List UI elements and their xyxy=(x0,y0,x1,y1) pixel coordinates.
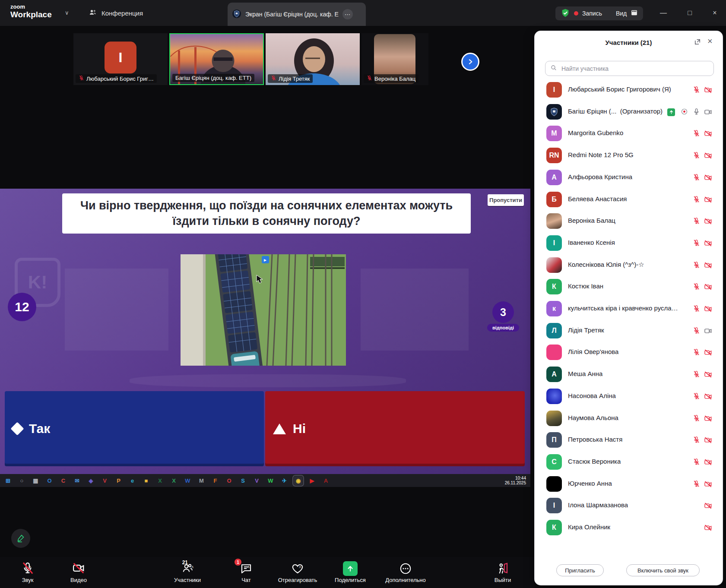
chevron-up-icon[interactable]: ∧ xyxy=(247,565,250,569)
participant-row[interactable]: MMargorita Gubenko xyxy=(535,126,723,143)
camera-off-icon xyxy=(704,174,712,183)
toolbar-more-button[interactable]: Дополнительно xyxy=(382,560,429,583)
taskbar-icon-edge[interactable]: e xyxy=(128,476,137,485)
close-button[interactable]: × xyxy=(705,0,725,26)
participant-row[interactable]: ППетровська Настя xyxy=(535,432,723,449)
participant-name: Юрченко Анна xyxy=(568,480,612,487)
taskbar-icon-mail[interactable]: ✉ xyxy=(73,476,82,485)
taskbar-icon-photos[interactable]: P xyxy=(114,476,123,485)
taskbar-icon-viber[interactable]: V xyxy=(252,476,261,485)
toolbar-chat-button[interactable]: 1 ∧ Чат xyxy=(222,560,270,583)
toolbar-cam-muted-button[interactable]: ∧ Видео xyxy=(55,560,102,583)
avatar: Л xyxy=(546,323,562,338)
chevron-up-icon[interactable]: ∧ xyxy=(79,565,82,569)
participant-row[interactable]: Колеснікова Юлія (^з^)-☆ xyxy=(535,257,723,275)
participant-name: Лілія Овер'янова xyxy=(568,348,618,355)
participant-row[interactable]: ББеляева Анастасия xyxy=(535,192,723,209)
close-panel-icon[interactable]: × xyxy=(707,36,713,46)
taskbar-icon-youtube[interactable]: ▶ xyxy=(308,476,317,485)
video-tile[interactable]: Лідія Третяк xyxy=(266,33,360,85)
avatar: I xyxy=(546,82,562,98)
chevron-up-icon[interactable]: ∧ xyxy=(29,565,32,569)
taskbar-icon-sheets[interactable]: X xyxy=(169,476,178,485)
search-input[interactable] xyxy=(561,65,709,73)
participant-row[interactable]: Насонова Аліна xyxy=(535,389,723,406)
participant-row[interactable]: ккульчитська кіра і кравченко руслана xyxy=(535,301,723,318)
taskbar-icon-telegram[interactable]: ✈ xyxy=(280,476,289,485)
participant-row[interactable]: ККостюк Іван xyxy=(535,279,723,296)
video-tile[interactable]: Вероніка Балац xyxy=(361,33,428,85)
taskbar-icon-files[interactable]: ■ xyxy=(142,476,151,485)
taskbar-icon-skype[interactable]: S xyxy=(238,476,247,485)
answers-count: 3 xyxy=(492,301,514,323)
taskbar-icon-maps[interactable]: ◈ xyxy=(86,476,95,485)
participant-row[interactable]: ААлфьорова Кристина xyxy=(535,170,723,187)
taskbar-icon-chrome[interactable]: ◉ xyxy=(294,476,303,485)
toolbar-mic-muted-button[interactable]: ∧ Звук xyxy=(4,560,51,583)
tab-screen-share[interactable]: Экран (Багіш Єріцян (доц. каф. Е ⋯ xyxy=(228,3,366,26)
taskbar-icon-store[interactable]: C xyxy=(59,476,68,485)
taskbar-icon-firefox[interactable]: F xyxy=(211,476,220,485)
taskbar-date: 26.11.2025 xyxy=(505,481,526,485)
camera-off-icon xyxy=(704,458,712,468)
view-button[interactable]: Вид xyxy=(616,10,627,17)
participant-row[interactable]: Лілія Овер'янова xyxy=(535,345,723,362)
toolbar-heart-button[interactable]: ∧ Отреагировать xyxy=(274,560,321,583)
taskbar-icon-mega[interactable]: M xyxy=(197,476,206,485)
taskbar-icon-whatsapp[interactable]: W xyxy=(266,476,275,485)
participant-row[interactable]: ІІлона Шармазанова xyxy=(535,498,723,515)
participant-row[interactable]: Наумова Альона xyxy=(535,411,723,428)
minimize-button[interactable]: — xyxy=(653,0,673,26)
taskbar-icon-excel[interactable]: X xyxy=(155,476,165,485)
quiz-timer: 12 xyxy=(8,293,36,321)
taskbar-icon-word[interactable]: W xyxy=(183,476,192,485)
mic-muted-icon xyxy=(693,283,700,292)
answer-option-no[interactable]: Ні xyxy=(265,391,525,466)
camera-off-icon xyxy=(704,370,712,380)
maximize-button[interactable]: □ xyxy=(680,0,700,26)
taskbar-clock[interactable]: 10:44 26.11.2025 xyxy=(505,476,527,485)
toolbar-label: Поделиться xyxy=(335,577,366,583)
taskbar-icon-acrobat[interactable]: A xyxy=(321,476,330,485)
taskbar-icon-start[interactable]: ⊞ xyxy=(3,476,13,485)
unmute-self-button[interactable]: Включить свой звук xyxy=(626,564,700,576)
participant-row[interactable]: IЛюбарський Борис Григорович (Я) xyxy=(535,82,723,99)
tab-conference[interactable]: Конференция xyxy=(89,0,143,26)
next-page-arrow-button[interactable] xyxy=(461,53,479,71)
toolbar-share-button[interactable]: Поделиться xyxy=(327,560,374,583)
participant-name: Колеснікова Юлія (^з^)-☆ xyxy=(568,261,644,269)
participant-row[interactable]: RNRedmi Note 12 Pro 5G xyxy=(535,148,723,165)
chevron-up-icon[interactable]: ∧ xyxy=(298,565,301,569)
taskbar-icon-vivaldi[interactable]: V xyxy=(100,476,109,485)
video-tile[interactable]: Багіш Єріцян (доц. каф. ЕТТ) xyxy=(169,33,264,85)
skip-button[interactable]: Пропустити xyxy=(488,194,524,206)
view-grid-icon[interactable] xyxy=(631,9,638,18)
participant-row[interactable]: Юрченко Анна xyxy=(535,476,723,493)
tab-options-icon[interactable]: ⋯ xyxy=(342,9,353,19)
taskbar-icon-search[interactable]: ○ xyxy=(17,476,26,485)
popout-icon[interactable] xyxy=(694,38,701,47)
toolbar-people-button[interactable]: 21 ∧ Участники xyxy=(164,560,211,583)
chevron-up-icon[interactable]: ∧ xyxy=(191,565,194,569)
taskbar-icon-opera[interactable]: O xyxy=(225,476,234,485)
participant-row[interactable]: ССтасюк Вероника xyxy=(535,454,723,471)
university-crest-avatar xyxy=(546,104,562,120)
answer-no-label: Ні xyxy=(293,421,306,436)
participant-row[interactable]: ККира Олейник xyxy=(535,520,723,537)
answer-option-yes[interactable]: Так xyxy=(5,391,264,466)
annotate-pencil-button[interactable] xyxy=(11,529,30,548)
video-tile[interactable]: IЛюбарський Борис Григ… xyxy=(73,33,168,85)
toolbar-leave-button[interactable]: Выйти xyxy=(479,560,526,583)
chevron-down-icon[interactable]: ∨ xyxy=(65,9,69,16)
taskbar-icon-outlook[interactable]: O xyxy=(45,476,54,485)
participant-row[interactable]: ІІваненко Ксенія xyxy=(535,235,723,253)
taskbar-icon-task-view[interactable]: ▦ xyxy=(31,476,40,485)
participant-row[interactable]: Вероніка Балац xyxy=(535,213,723,231)
invite-button[interactable]: Пригласить xyxy=(556,564,604,576)
camera-off-icon xyxy=(704,480,712,490)
video-tile-name: Вероніка Балац xyxy=(364,74,418,83)
participant-row[interactable]: Багіш Єріцян (... (Организатор) xyxy=(535,104,723,121)
participant-row[interactable]: ЛЛідія Третяк xyxy=(535,323,723,340)
participant-row[interactable]: АМеша Анна xyxy=(535,367,723,384)
security-shield-icon[interactable] xyxy=(561,8,570,19)
